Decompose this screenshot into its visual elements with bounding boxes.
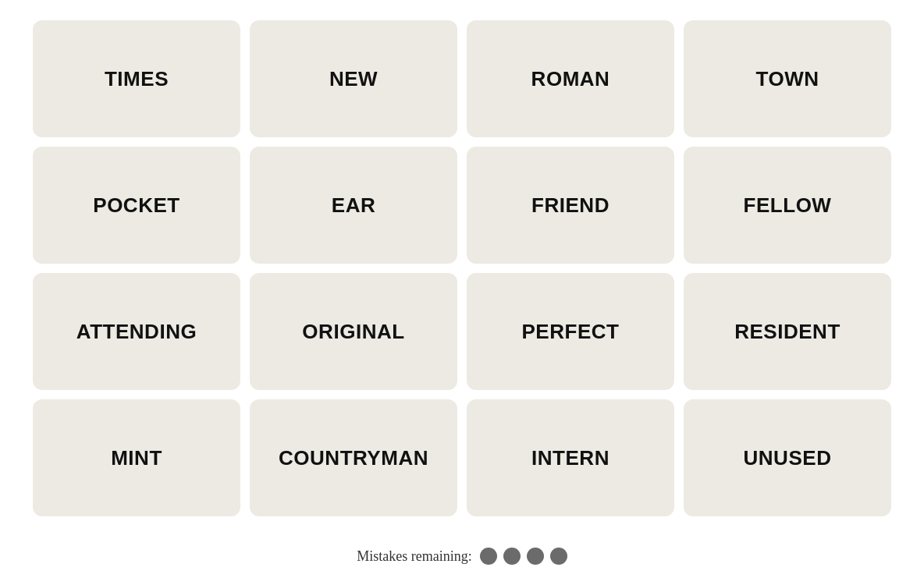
word-label-times: TIMES — [105, 67, 169, 91]
word-card-original[interactable]: ORIGINAL — [250, 273, 457, 390]
word-label-unused: UNUSED — [744, 446, 832, 470]
mistake-dot-4 — [550, 548, 567, 565]
word-card-resident[interactable]: RESIDENT — [684, 273, 891, 390]
word-card-town[interactable]: TOWN — [684, 20, 891, 137]
word-label-roman: ROMAN — [531, 67, 610, 91]
word-card-intern[interactable]: INTERN — [467, 399, 674, 516]
word-label-original: ORIGINAL — [302, 320, 404, 344]
word-label-attending: ATTENDING — [76, 320, 197, 344]
word-label-pocket: POCKET — [93, 193, 179, 218]
word-label-ear: EAR — [332, 193, 375, 218]
word-label-countryman: COUNTRYMAN — [279, 446, 428, 470]
mistakes-dots — [480, 548, 567, 565]
mistakes-row: Mistakes remaining: — [357, 548, 567, 565]
mistakes-label: Mistakes remaining: — [357, 548, 471, 565]
word-label-perfect: PERFECT — [522, 320, 620, 344]
word-card-pocket[interactable]: POCKET — [33, 147, 240, 264]
word-label-intern: INTERN — [531, 446, 609, 470]
word-label-fellow: FELLOW — [744, 193, 832, 218]
word-label-new: NEW — [329, 67, 378, 91]
word-label-resident: RESIDENT — [734, 320, 840, 344]
word-card-perfect[interactable]: PERFECT — [467, 273, 674, 390]
word-card-friend[interactable]: FRIEND — [467, 147, 674, 264]
word-card-ear[interactable]: EAR — [250, 147, 457, 264]
word-card-roman[interactable]: ROMAN — [467, 20, 674, 137]
word-card-times[interactable]: TIMES — [33, 20, 240, 137]
mistake-dot-2 — [503, 548, 521, 565]
word-label-mint: MINT — [111, 446, 162, 470]
mistake-dot-3 — [527, 548, 544, 565]
word-grid: TIMESNEWROMANTOWNPOCKETEARFRIENDFELLOWAT… — [33, 20, 891, 516]
word-label-friend: FRIEND — [531, 193, 609, 218]
word-card-attending[interactable]: ATTENDING — [33, 273, 240, 390]
word-card-fellow[interactable]: FELLOW — [684, 147, 891, 264]
word-label-town: TOWN — [755, 67, 819, 91]
word-card-countryman[interactable]: COUNTRYMAN — [250, 399, 457, 516]
word-card-unused[interactable]: UNUSED — [684, 399, 891, 516]
word-card-new[interactable]: NEW — [250, 20, 457, 137]
word-card-mint[interactable]: MINT — [33, 399, 240, 516]
mistake-dot-1 — [480, 548, 497, 565]
